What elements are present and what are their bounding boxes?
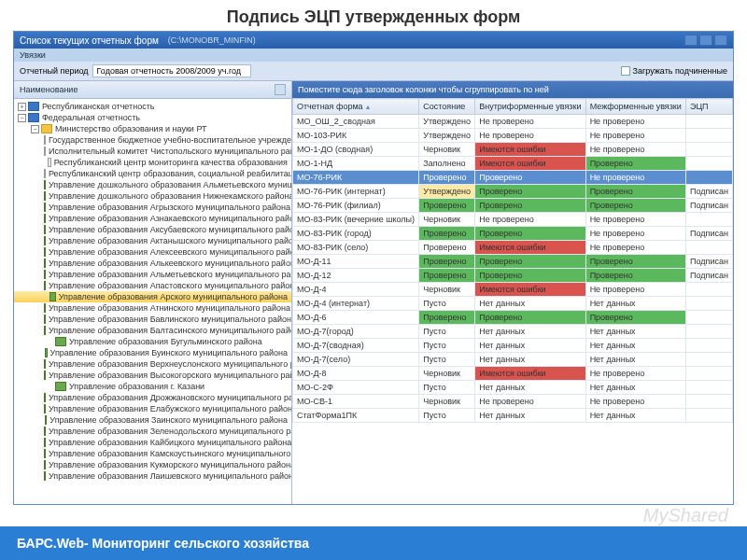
load-subordinates-checkbox[interactable]: Загружать подчиненные [621,66,727,76]
expand-icon[interactable]: − [31,125,39,133]
column-header[interactable]: ЭЦП [685,99,732,115]
tree-item[interactable]: Управление дошкольного образования Альме… [14,179,291,190]
tree-item[interactable]: Управление образования Верхнеуслонского … [14,358,291,370]
table-row[interactable]: МО-1-НДЗаполненоИмеются ошибкиПроверено [293,157,733,171]
checkbox-label: Загружать подчиненные [633,66,727,76]
cell: Черновик [419,143,475,157]
cell: Не проверено [585,241,685,255]
tree-item[interactable]: +Республиканская отчетность [14,101,291,112]
column-header[interactable]: Отчетная форма▲ [293,99,419,115]
cell: Черновик [419,213,475,227]
tree-item[interactable]: Управление образования Кукморского муниц… [14,459,291,470]
table-row[interactable]: МО-76-РИК (филиал)ПровереноПровереноПров… [293,199,733,213]
doc-icon [48,158,51,167]
table-row[interactable]: МО-Д-7(село)ПустоНет данныхНет данных [293,353,733,367]
table-row[interactable]: МО-Д-12ПровереноПровереноПровереноПодпис… [293,269,733,283]
tree-item[interactable]: Управление образования Кайбицкого муници… [14,437,291,448]
cell: Пусто [419,339,475,353]
table-row[interactable]: МО-С-2ФПустоНет данныхНет данных [293,381,733,395]
tree-item[interactable]: Управление образования Елабужского муниц… [14,403,291,414]
tree-item[interactable]: Управление образования Азнакаевского мун… [14,213,291,224]
tab-links[interactable]: Увязки [20,50,46,60]
tree-item[interactable]: Республиканский центр мониторинга качест… [14,157,291,168]
tree-item[interactable]: Управление образования Буинского муницип… [14,347,291,358]
cell: Пусто [419,381,475,395]
tree-item-label: Исполнительный комитет Чистопольского му… [49,147,291,156]
column-header[interactable]: Внутриформенные увязки [475,99,585,115]
sort-icon[interactable]: ▲ [365,104,372,110]
tree-item[interactable]: Республиканский центр образования, социа… [14,168,291,179]
tree-item-label: Управление образования Высокогорского му… [49,371,291,380]
tree-item[interactable]: Государственное бюджетное учебно-воспита… [14,134,291,146]
tree-item[interactable]: Управление образования Лаишевского муниц… [14,470,291,482]
maximize-button[interactable] [699,35,712,46]
tree-item[interactable]: Управление образования г. Казани [14,381,291,392]
table-row[interactable]: МО_ОШ_2_своднаяУтвержденоНе провереноНе … [293,115,733,129]
table-row[interactable]: МО-76-РИК (интернат)УтвержденоПровереноП… [293,185,733,199]
collapse-icon[interactable] [275,84,286,95]
table-row[interactable]: МО-1-ДО (сводная)ЧерновикИмеются ошибкиН… [293,143,733,157]
cell [685,213,732,227]
table-row[interactable]: МО-83-РИК (село)ПровереноИмеются ошибкиН… [293,241,733,255]
tree-item[interactable]: Управление образования Апастовского муни… [14,280,291,291]
tree-item[interactable]: Управление образования Дрожжановского му… [14,392,291,403]
tree-item[interactable]: Управление образования Бавлинского муниц… [14,314,291,325]
tree-item[interactable]: Управление образования Аксубаевского мун… [14,224,291,235]
table-row[interactable]: МО-83-РИК (вечерние школы)ЧерновикНе про… [293,213,733,227]
table-row[interactable]: МО-Д-8ЧерновикИмеются ошибкиНе проверено [293,367,733,381]
tree-item[interactable]: Управление образования Высокогорского му… [14,370,291,381]
tree-item[interactable]: Управление образования Актанышского муни… [14,235,291,246]
period-field[interactable]: Годовая отчетность 2008/2009 уч.год [92,64,251,77]
cell: Проверено [419,227,475,241]
expand-icon[interactable]: + [18,103,26,111]
table-row[interactable]: МО-Д-6ПровереноПровереноПроверено [293,311,733,325]
close-button[interactable] [714,35,727,46]
watermark: MyShared [643,505,728,526]
tree-item-label: Управление образования Буинского муницип… [50,348,288,357]
cell: Не проверено [585,283,685,297]
grid[interactable]: Отчетная форма▲СостояниеВнутриформенные … [292,98,733,504]
cell [685,381,732,395]
table-row[interactable]: МО-76-РИКПровереноПровереноНе проверено [293,171,733,185]
group-hint-bar[interactable]: Поместите сюда заголовок колонки чтобы с… [292,81,733,98]
cell: Проверено [419,241,475,255]
column-header[interactable]: Межформенные увязки [585,99,685,115]
cell: Проверено [419,199,475,213]
table-row[interactable]: МО-Д-11ПровереноПровереноПровереноПодпис… [293,255,733,269]
table-row[interactable]: МО-Д-7(сводная)ПустоНет данныхНет данных [293,339,733,353]
org-icon [44,303,46,313]
tree-item[interactable]: Управление образования Алькеевского муни… [14,258,291,269]
tree-item[interactable]: Исполнительный комитет Чистопольского му… [14,146,291,157]
cell: Нет данных [475,339,585,353]
tree[interactable]: +Республиканская отчетность−Федеральная … [14,99,291,504]
tree-item[interactable]: Управление образования Зеленодольского м… [14,426,291,437]
tree-item[interactable]: Управление образования Бугульминского ра… [14,336,291,347]
cell: Имеются ошибки [475,283,585,297]
table-row[interactable]: МО-Д-7(город)ПустоНет данныхНет данных [293,325,733,339]
column-header[interactable]: Состояние [419,99,475,115]
period-label: Отчетный период [20,66,89,76]
tree-item[interactable]: Управление образования Балтасинского мун… [14,325,291,336]
tree-item[interactable]: Управление образования Заинского муницип… [14,414,291,426]
tree-item[interactable]: −Министерство образования и науки РТ [14,123,291,134]
cell: МО-76-РИК (филиал) [293,199,419,213]
cell: Нет данных [585,339,685,353]
minimize-button[interactable] [684,35,698,46]
tree-item[interactable]: Управление образования Арского муниципал… [14,291,291,302]
tree-item[interactable]: Управление образования Альметьевского му… [14,269,291,280]
table-row[interactable]: МО-103-РИКУтвержденоНе провереноНе прове… [293,129,733,143]
tree-item[interactable]: Управление образования Камскоустьинского… [14,448,291,459]
cell: Не проверено [585,143,685,157]
tree-item[interactable]: Управление образования Алексеевского мун… [14,246,291,258]
cell [685,129,732,143]
tree-item[interactable]: −Федеральная отчетность [14,112,291,123]
tree-item[interactable]: Управление образования Атнинского муници… [14,302,291,314]
table-row[interactable]: МО-Д-4ЧерновикИмеются ошибкиНе проверено [293,283,733,297]
table-row[interactable]: МО-СВ-1ЧерновикНе провереноНе проверено [293,395,733,409]
table-row[interactable]: СтатФорма1ПКПустоНет данныхНет данных [293,409,733,423]
expand-icon[interactable]: − [18,114,26,122]
tree-item[interactable]: Управление дошкольного образования Нижне… [14,190,291,202]
tree-item[interactable]: Управление образования Агрызского муници… [14,202,291,213]
table-row[interactable]: МО-Д-4 (интернат)ПустоНет данныхНет данн… [293,297,733,311]
table-row[interactable]: МО-83-РИК (город)ПровереноПровереноНе пр… [293,227,733,241]
